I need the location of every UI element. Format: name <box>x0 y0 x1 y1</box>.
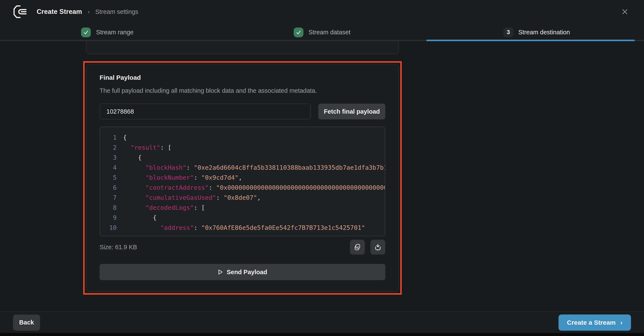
breadcrumb: Stream settings <box>95 8 138 15</box>
close-button[interactable] <box>618 5 631 18</box>
block-number-input[interactable] <box>100 104 311 120</box>
fetch-row: Fetch final payload <box>100 104 385 120</box>
step-label: Stream dataset <box>308 29 350 36</box>
window-bottom-edge <box>0 333 644 336</box>
create-stream-window: Create Stream › Stream settings Stream r… <box>0 0 644 336</box>
code-line: 5 "blockNumber": "0x9cd7d4", <box>106 173 385 183</box>
step-stream-destination[interactable]: 3 Stream destination <box>429 24 644 41</box>
send-payload-label: Send Payload <box>227 269 267 276</box>
create-stream-button[interactable]: Create a Stream › <box>558 314 631 331</box>
chevron-right-icon: › <box>620 319 622 326</box>
create-stream-label: Create a Stream <box>567 319 616 326</box>
payload-code-editor[interactable]: 1{2 "result": [3 {4 "blockHash": "0xe2a6… <box>100 127 385 236</box>
code-line: 7 "cumulativeGasUsed": "0x8de07", <box>106 193 385 203</box>
download-payload-button[interactable] <box>370 240 385 254</box>
code-line: 9 { <box>106 213 385 223</box>
quicknode-logo-icon <box>13 5 31 18</box>
code-line: 6 "contractAddress": "0x0000000000000000… <box>106 183 385 193</box>
step-number-badge: 3 <box>504 28 513 37</box>
code-line: 4 "blockHash": "0xe2a6d6604c8ffa5b338110… <box>106 163 385 173</box>
step-label: Stream range <box>96 29 134 36</box>
check-icon <box>294 28 304 37</box>
code-line: 10 "address": "0x760AfE86e5de5fa0Ee542fc… <box>106 223 385 233</box>
fetch-final-payload-button[interactable]: Fetch final payload <box>318 104 385 120</box>
step-stream-range[interactable]: Stream range <box>0 24 215 41</box>
section-description: The full payload including all matching … <box>100 87 385 94</box>
download-icon <box>374 243 382 251</box>
copy-icon <box>354 243 361 251</box>
play-icon <box>218 269 223 275</box>
code-line: 1{ <box>106 132 385 143</box>
stepper: Stream range Stream dataset 3 Stream des… <box>0 24 644 41</box>
page-title: Create Stream <box>37 8 82 16</box>
breadcrumb-chevron-icon: › <box>88 8 90 15</box>
code-line: 3 { <box>106 153 385 163</box>
back-button[interactable]: Back <box>13 314 40 331</box>
section-title: Final Payload <box>100 74 385 82</box>
header: Create Stream › Stream settings <box>0 0 644 24</box>
code-line: 2 "result": [ <box>106 143 385 153</box>
close-icon <box>621 8 628 15</box>
copy-payload-button[interactable] <box>350 240 365 254</box>
code-line: 8 "decodedLogs": [ <box>106 203 385 213</box>
final-payload-card: Final Payload The full payload including… <box>86 64 399 292</box>
footer: Back Create a Stream › <box>0 312 644 333</box>
check-icon <box>81 28 91 37</box>
step-label: Stream destination <box>518 29 570 36</box>
size-row: Size: 61.9 KB <box>100 240 385 254</box>
active-step-underline <box>426 40 634 41</box>
payload-size-label: Size: 61.9 KB <box>100 244 137 251</box>
send-payload-button[interactable]: Send Payload <box>100 264 385 280</box>
step-stream-dataset[interactable]: Stream dataset <box>215 24 430 41</box>
